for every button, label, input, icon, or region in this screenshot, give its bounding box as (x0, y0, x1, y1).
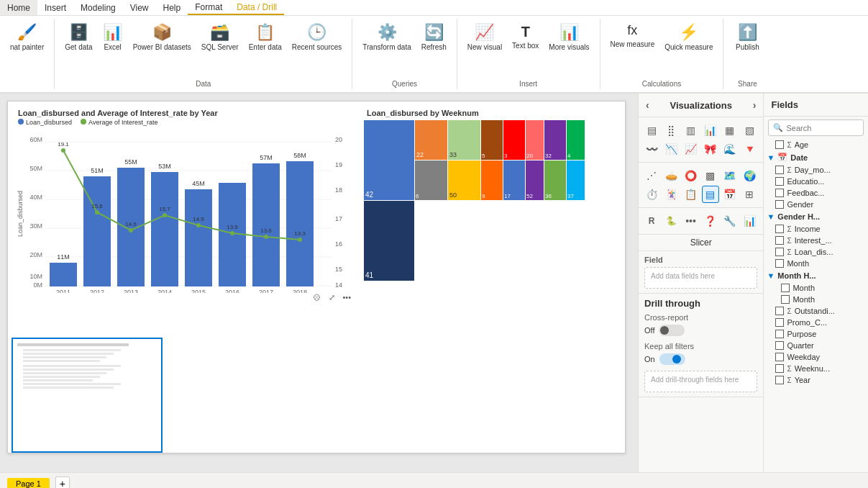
treemap-cell-32[interactable]: 32 (544, 120, 566, 160)
checkbox-loan[interactable] (775, 248, 784, 256)
treemap-cell-52[interactable]: 52 (526, 161, 544, 200)
expand-chart-btn[interactable]: ⤢ (326, 292, 337, 303)
more-visuals-button[interactable]: 📊 More visuals (544, 20, 593, 55)
treemap-cell-9[interactable]: 9 (481, 161, 503, 200)
field-item-daymo[interactable]: Σ Day_mo... (764, 164, 868, 176)
checkbox-age[interactable] (775, 140, 784, 149)
field-item-income[interactable]: Σ Income (764, 223, 868, 235)
viz-stacked-col-100[interactable]: ▧ (741, 122, 758, 139)
bar-2017[interactable] (252, 163, 280, 286)
excel-button[interactable]: 📊 Excel (99, 20, 127, 55)
field-group-date[interactable]: ▼ 📅 Date (764, 150, 868, 164)
menu-modeling[interactable]: Modeling (73, 0, 123, 15)
field-item-year[interactable]: Σ Year (764, 374, 868, 386)
viz-funnel[interactable]: 🔻 (741, 140, 758, 158)
power-bi-datasets-button[interactable]: 📦 Power BI datasets (129, 20, 196, 55)
viz-pie[interactable]: 🥧 (662, 167, 680, 184)
menu-insert[interactable]: Insert (37, 0, 73, 15)
treemap-cell-3[interactable]: 3 (503, 120, 525, 160)
keep-filters-toggle[interactable] (659, 353, 685, 365)
field-item-age[interactable]: Σ Age (764, 139, 868, 150)
viz-more[interactable]: ••• (682, 212, 699, 230)
viz-ribbon[interactable]: 🎀 (702, 140, 719, 158)
transform-data-button[interactable]: ⚙️ Transform data (358, 20, 415, 55)
field-item-promo[interactable]: Promo_C... (764, 317, 868, 328)
menu-format[interactable]: Format (188, 0, 229, 15)
get-data-button[interactable]: 🗄️ Get data (60, 20, 96, 55)
search-input[interactable] (786, 124, 868, 132)
bar-2018[interactable] (286, 161, 314, 286)
checkbox-month[interactable] (775, 259, 784, 268)
drill-through-drop[interactable]: Add drill-through fields here (644, 371, 757, 392)
fields-search-box[interactable]: 🔍 (768, 119, 864, 136)
viz-filled-map[interactable]: 🌍 (741, 167, 758, 184)
field-item-weeknum[interactable]: Σ Weeknu... (764, 363, 868, 374)
viz-format[interactable]: 🔧 (721, 212, 739, 230)
field-item-feedback[interactable]: Feedbac... (764, 187, 868, 199)
treemap-cell-4[interactable]: 4 (567, 120, 585, 160)
treemap-cell-41[interactable]: 41 (364, 201, 414, 281)
enter-data-button[interactable]: 📋 Enter data (245, 20, 286, 55)
checkbox-month-sub2[interactable] (781, 295, 790, 304)
field-item-gender[interactable]: Gender (764, 199, 868, 210)
checkbox-daymo[interactable] (775, 166, 784, 174)
viz-area[interactable]: 📉 (662, 140, 680, 158)
checkbox-purpose[interactable] (775, 330, 784, 338)
format-painter-button[interactable]: 🖌️ nat painter (6, 20, 48, 55)
field-group-genderh[interactable]: ▼ Gender H... (764, 210, 868, 223)
sql-server-button[interactable]: 🗃️ SQL Server (197, 20, 243, 55)
viz-stacked-bar[interactable]: ▤ (643, 122, 660, 139)
viz-donut[interactable]: ⭕ (682, 167, 699, 184)
viz-gauge[interactable]: ⏱️ (643, 186, 660, 203)
viz-python[interactable]: 🐍 (662, 212, 680, 230)
treemap-cell-20[interactable]: 20 (526, 120, 544, 160)
checkbox-quarter[interactable] (775, 341, 784, 350)
field-group-monthh[interactable]: ▼ Month H... (764, 269, 868, 282)
treemap-cell-6[interactable]: 6 (415, 161, 447, 200)
bar-2015[interactable] (185, 189, 212, 286)
treemap-cell-17[interactable]: 17 (503, 161, 525, 200)
bar-2012[interactable] (83, 176, 111, 286)
field-item-month-sub2[interactable]: Month (764, 294, 868, 305)
field-item-quarter[interactable]: Quarter (764, 340, 868, 351)
checkbox-gender[interactable] (775, 200, 784, 209)
checkbox-weeknum[interactable] (775, 364, 784, 373)
viz-clustered-col[interactable]: 📊 (702, 122, 719, 139)
filter-chart-btn[interactable]: ⛒ (311, 292, 324, 303)
viz-stacked-bar-100[interactable]: ▥ (682, 122, 699, 139)
bar-chart-container[interactable]: Loan_disbursed and Average of Interest_r… (12, 105, 357, 307)
bar-2011[interactable] (50, 263, 77, 286)
new-measure-button[interactable]: fx New measure (606, 20, 659, 52)
field-item-month[interactable]: Month (764, 258, 868, 269)
checkbox-year[interactable] (775, 376, 784, 384)
viz-line[interactable]: 〰️ (643, 140, 660, 158)
viz-line-stacked[interactable]: 📈 (682, 140, 699, 158)
checkbox-education[interactable] (775, 177, 784, 186)
checkbox-promo[interactable] (775, 318, 784, 327)
new-visual-button[interactable]: 📈 New visual (463, 20, 506, 55)
viz-analytics[interactable]: 📊 (741, 212, 758, 230)
treemap-cell-33[interactable]: 33 (448, 120, 480, 160)
quick-measure-button[interactable]: ⚡ Quick measure (660, 20, 717, 55)
treemap-cell-37[interactable]: 37 (567, 161, 585, 200)
field-item-weekday[interactable]: Weekday (764, 351, 868, 363)
page-1-tab[interactable]: Page 1 (7, 478, 50, 489)
field-item-loan[interactable]: Σ Loan_dis... (764, 246, 868, 258)
page-thumbnail[interactable] (12, 338, 163, 453)
viz-nav-back[interactable]: ‹ (646, 99, 649, 111)
checkbox-month-sub1[interactable] (781, 284, 790, 292)
menu-home[interactable]: Home (0, 0, 37, 15)
viz-map[interactable]: 🗺️ (721, 167, 739, 184)
menu-view[interactable]: View (123, 0, 156, 15)
treemap-cell-36[interactable]: 36 (544, 161, 566, 200)
menu-data-drill[interactable]: Data / Drill (229, 0, 284, 15)
add-page-button[interactable]: + (55, 476, 70, 489)
treemap-cell-5[interactable]: 5 (481, 120, 503, 160)
field-item-month-sub1[interactable]: Month (764, 282, 868, 294)
refresh-button[interactable]: 🔄 Refresh (417, 20, 451, 55)
more-chart-btn[interactable]: ••• (340, 292, 353, 303)
field-item-outstanding[interactable]: Σ Outstandi... (764, 305, 868, 317)
viz-kpi[interactable]: 📋 (682, 186, 699, 203)
bar-2014[interactable] (151, 172, 178, 286)
field-drop-area[interactable]: Add data fields here (644, 267, 757, 289)
